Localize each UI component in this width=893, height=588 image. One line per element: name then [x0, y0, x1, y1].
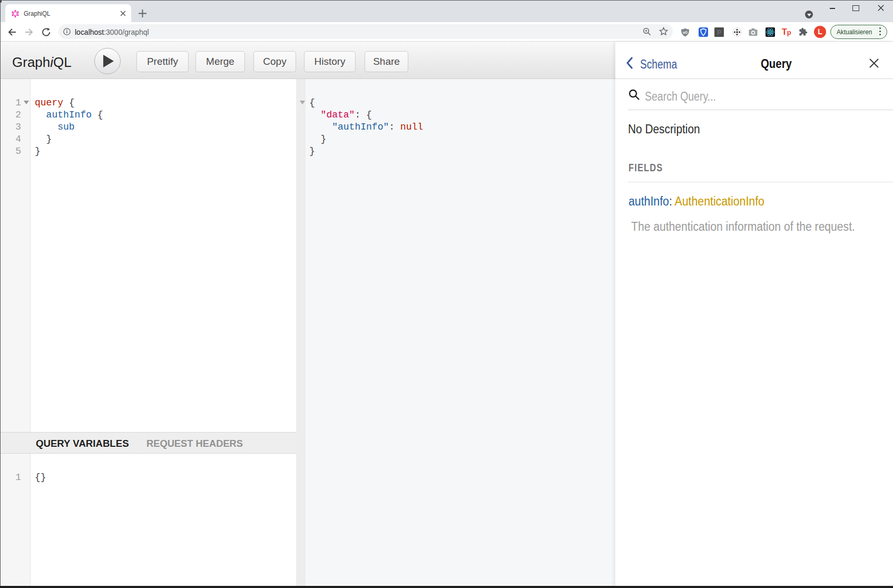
- svg-text:uO: uO: [683, 31, 688, 34]
- svg-text:P: P: [717, 29, 721, 36]
